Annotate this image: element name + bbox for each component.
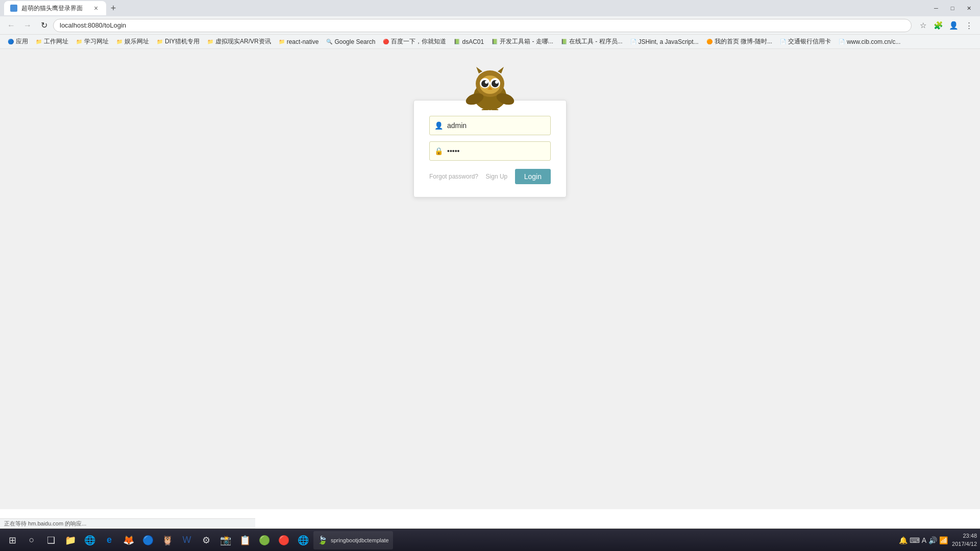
- bookmark-item[interactable]: 📁DIY猎机专用: [153, 36, 203, 47]
- svg-point-10: [495, 81, 498, 84]
- login-button[interactable]: Login: [515, 169, 551, 184]
- page-content: 👤 🔒 Forgot password? Sign Up Login: [0, 49, 980, 509]
- app5-taskbar[interactable]: 🟢: [255, 531, 274, 549]
- svg-marker-3: [498, 67, 504, 73]
- keyboard-icon[interactable]: ⌨: [910, 536, 920, 544]
- window-controls: ─ □ ✕: [929, 4, 976, 13]
- active-app-icon: 🍃: [317, 535, 328, 545]
- new-tab-button[interactable]: +: [106, 1, 120, 15]
- bookmark-label: 在线工具 - 程序员...: [569, 37, 623, 46]
- svg-marker-2: [476, 67, 482, 73]
- volume-icon[interactable]: 🔊: [928, 536, 937, 544]
- bookmark-item[interactable]: 🔵应用: [4, 36, 31, 47]
- bookmark-label: 工作网址: [44, 37, 68, 46]
- bookmark-star-button[interactable]: ☆: [916, 18, 930, 33]
- address-bar[interactable]: [53, 19, 912, 32]
- tab-favicon: [10, 5, 17, 12]
- taskbar: ⊞ ○ ❑ 📁 🌐 e 🦊 🔵 🦉 W ⚙ 📸 📋 🟢 🔴 🌐 🍃 spring…: [0, 529, 980, 551]
- network-icon[interactable]: 📶: [939, 536, 948, 544]
- bookmark-item[interactable]: 🔴百度一下，你就知道: [379, 36, 449, 47]
- bookmark-label: 学习网址: [84, 37, 109, 46]
- bookmark-label: JSHint, a JavaScript...: [639, 38, 699, 45]
- taskbar-clock[interactable]: 23:48 2017/4/12: [952, 532, 977, 548]
- bookmark-icon: 📄: [838, 38, 845, 45]
- tab-close-button[interactable]: ×: [92, 4, 100, 12]
- app2-taskbar[interactable]: ⚙: [197, 531, 215, 549]
- status-text: 正在等待 hm.baidu.com 的响应...: [4, 520, 86, 528]
- bookmark-item[interactable]: 📗dsAC01: [450, 37, 487, 46]
- menu-button[interactable]: ⋮: [962, 18, 976, 33]
- close-button[interactable]: ✕: [962, 4, 976, 13]
- app3-taskbar[interactable]: 📸: [216, 531, 235, 549]
- active-app-taskbar[interactable]: 🍃 springbootjdbctemplate: [313, 531, 393, 549]
- extensions-button[interactable]: 🧩: [931, 18, 945, 33]
- cortana-button[interactable]: ○: [22, 531, 41, 549]
- bookmark-label: 百度一下，你就知道: [391, 37, 446, 46]
- username-input[interactable]: [429, 116, 551, 135]
- task-view-button[interactable]: ❑: [42, 531, 60, 549]
- bookmark-item[interactable]: 📗开发工具箱 - 走哪...: [488, 36, 556, 47]
- maximize-button[interactable]: □: [945, 4, 960, 13]
- bookmark-icon: 📁: [278, 38, 285, 45]
- bookmark-item[interactable]: 📄www.cib.com.cn/c...: [835, 37, 903, 46]
- back-button[interactable]: ←: [4, 18, 18, 33]
- reload-button[interactable]: ↻: [37, 18, 51, 33]
- login-card: 👤 🔒 Forgot password? Sign Up Login: [413, 100, 567, 197]
- bookmark-label: DIY猎机专用: [165, 37, 200, 46]
- ie-taskbar[interactable]: 🌐: [81, 531, 99, 549]
- bookmark-icon: 📁: [76, 38, 83, 45]
- nav-bar: ← → ↻ ☆ 🧩 👤 ⋮: [0, 16, 980, 35]
- ime-icon[interactable]: A: [922, 536, 926, 544]
- lock-icon: 🔒: [434, 147, 443, 155]
- bookmark-icon: 🔵: [7, 38, 14, 45]
- bookmark-item[interactable]: 🔍Google Search: [323, 37, 378, 46]
- bookmark-label: 虚拟现实AR/VR资讯: [215, 37, 271, 46]
- bookmark-item[interactable]: 🟠我的首页 微博-随时...: [703, 36, 775, 47]
- bookmark-icon: 📁: [156, 38, 163, 45]
- bookmark-item[interactable]: 📁虚拟现实AR/VR资讯: [204, 36, 274, 47]
- bookmark-label: 我的首页 微博-随时...: [715, 37, 772, 46]
- word-taskbar[interactable]: W: [178, 531, 196, 549]
- taskbar-system-icons: 🔔 ⌨ A 🔊 📶: [899, 536, 948, 544]
- firefox-taskbar[interactable]: 🦊: [119, 531, 138, 549]
- bookmark-item[interactable]: 📁react-native: [275, 37, 322, 46]
- bookmark-icon: 📗: [491, 38, 498, 45]
- bookmark-label: www.cib.com.cn/c...: [847, 38, 900, 45]
- bookmark-icon: 📁: [207, 38, 214, 45]
- bookmark-label: 应用: [16, 37, 28, 46]
- bookmark-label: dsAC01: [462, 38, 484, 45]
- svg-point-9: [485, 81, 488, 84]
- bookmark-item[interactable]: 📁娱乐网址: [113, 36, 152, 47]
- status-bar: 正在等待 hm.baidu.com 的响应...: [0, 518, 255, 529]
- bookmark-item[interactable]: 📄交通银行信用卡: [776, 36, 834, 47]
- title-bar: 超萌的猫头鹰登录界面 × + ─ □ ✕: [0, 0, 980, 16]
- taskbar-date-value: 2017/4/12: [952, 540, 977, 548]
- signup-link[interactable]: Sign Up: [486, 173, 508, 180]
- bookmark-label: react-native: [287, 38, 319, 45]
- bookmark-item[interactable]: 📄JSHint, a JavaScript...: [627, 37, 702, 46]
- app6-taskbar[interactable]: 🔴: [275, 531, 293, 549]
- minimize-button[interactable]: ─: [929, 4, 943, 13]
- notification-icon[interactable]: 🔔: [899, 536, 908, 544]
- bookmark-label: 娱乐网址: [125, 37, 149, 46]
- bookmark-label: Google Search: [334, 38, 375, 45]
- edge-taskbar[interactable]: e: [100, 531, 118, 549]
- forgot-password-link[interactable]: Forgot password?: [429, 173, 478, 180]
- chrome-taskbar[interactable]: 🔵: [139, 531, 157, 549]
- start-button[interactable]: ⊞: [3, 531, 21, 549]
- bookmark-item[interactable]: 📁学习网址: [72, 36, 112, 47]
- active-app-label: springbootjdbctemplate: [331, 537, 389, 543]
- user-icon: 👤: [434, 121, 443, 130]
- app1-taskbar[interactable]: 🦉: [158, 531, 177, 549]
- bookmark-icon: 📁: [116, 38, 123, 45]
- user-profile-button[interactable]: 👤: [946, 18, 961, 33]
- app7-taskbar[interactable]: 🌐: [294, 531, 312, 549]
- bookmark-item[interactable]: 📗在线工具 - 程序员...: [557, 36, 626, 47]
- browser-tab[interactable]: 超萌的猫头鹰登录界面 ×: [4, 1, 106, 15]
- forward-button[interactable]: →: [20, 18, 35, 33]
- password-input[interactable]: [429, 141, 551, 161]
- username-group: 👤: [429, 116, 551, 135]
- file-explorer-taskbar[interactable]: 📁: [61, 531, 80, 549]
- bookmark-item[interactable]: 📁工作网址: [32, 36, 71, 47]
- app4-taskbar[interactable]: 📋: [236, 531, 254, 549]
